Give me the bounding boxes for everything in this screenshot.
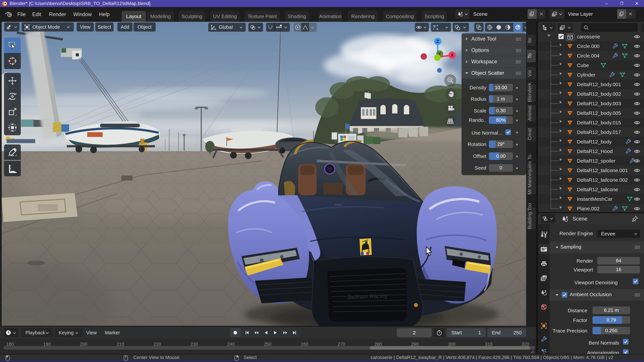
svg-text:Z: Z xyxy=(436,39,439,44)
svg-text:X: X xyxy=(451,53,454,58)
